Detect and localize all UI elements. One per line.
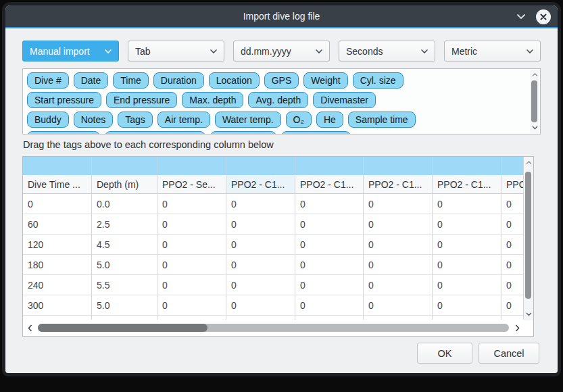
chevron-down-icon [315,49,323,54]
field-separator-select[interactable]: Tab [128,41,224,62]
table-cell: 0 [226,214,295,235]
table-cell: 0 [295,275,364,295]
scroll-right-icon[interactable] [512,320,522,336]
tag-chip[interactable]: GPS [264,72,299,89]
ok-button[interactable]: OK [417,343,472,364]
table-row: 240 5.5 0 0 0 0 0 0 [23,275,523,295]
drop-target-cell[interactable] [295,157,364,175]
table-cell: 0 [501,295,523,316]
tag-chip[interactable]: Time [113,72,149,89]
tag-row: Dive # Date Time Duration Location GPS W… [27,72,527,89]
table-cell: 0 [295,214,364,235]
table-row: 300 5.0 0 0 0 0 0 0 [23,295,523,316]
tag-chip[interactable]: Weight [303,72,347,89]
dialog-footer: OK Cancel [5,343,539,364]
table-cell: 0 [364,275,433,295]
units-select[interactable]: Metric [444,41,541,62]
column-header: Depth (m) [92,175,157,194]
import-preview-table: Dive Time ... Depth (m) PPO2 - Se... PPO… [22,156,534,337]
table-cell: 0 [157,194,226,214]
drop-target-cell[interactable] [157,157,226,175]
scrollbar-thumb[interactable] [38,324,207,332]
table-cell: 0.0 [92,194,157,214]
table-cell: 0 [501,275,523,295]
tag-chip[interactable]: Location [209,72,260,89]
tag-chip[interactable]: Date [74,72,109,89]
table-cell: 60 [23,214,92,235]
tag-chip[interactable]: Avg. depth [248,92,308,108]
drop-target-cell[interactable] [501,157,523,175]
table-cell: 0 [501,235,523,255]
scroll-up-icon[interactable] [530,71,539,79]
tag-chip[interactable]: Notes [74,112,114,128]
window-title: Import dive log file [243,11,320,22]
tag-chip[interactable]: O₂ [286,112,312,128]
table-cell: 0 [364,214,433,235]
tag-chip[interactable]: Sample pO₂ [210,131,276,134]
scroll-down-icon[interactable] [524,310,533,318]
table-cell: 300 [23,295,92,316]
table-cell: 4.5 [92,235,157,255]
table-cell: 2.5 [92,214,157,235]
drop-target-cell[interactable] [226,157,295,175]
tag-chip[interactable]: Buddy [27,112,69,128]
table-row: 0 0.0 0 0 0 0 0 0 [23,194,523,214]
close-button[interactable] [536,9,551,24]
table-cell: 0 [433,275,501,295]
tag-chip[interactable]: Start pressure [27,92,101,108]
scrollbar-thumb[interactable] [525,172,531,299]
tag-chip[interactable]: Cyl. size [353,72,403,89]
scroll-left-icon[interactable] [24,320,35,336]
tag-chip[interactable]: Water temp. [215,112,281,128]
table-cell: 5.0 [92,255,157,275]
column-header: PPO2 [501,175,523,194]
table-horizontal-scrollbar[interactable] [23,320,524,336]
column-header: PPO2 - Se... [157,175,226,194]
column-header: PPO2 - C1... [226,175,295,194]
table-cell: 0 [364,235,433,255]
tags-vertical-scrollbar[interactable] [530,70,539,133]
cancel-button[interactable]: Cancel [479,343,539,364]
date-format-select[interactable]: dd.mm.yyyy [233,41,330,62]
tag-chip[interactable]: Sample CNS [281,131,351,134]
tag-chip[interactable]: Max. depth [182,92,243,108]
chevron-down-icon [104,49,112,54]
scroll-down-icon[interactable] [530,124,539,132]
window-menu-chevron-down-icon[interactable] [516,14,527,20]
column-header: PPO2 - C1... [433,175,501,194]
table-cell: 0 [226,194,295,214]
scrollbar-thumb[interactable] [531,80,537,122]
tag-chip[interactable]: Divemaster [313,92,376,108]
table-cell: 180 [23,255,92,275]
table-cell: 0 [157,255,226,275]
drop-target-cell[interactable] [23,157,92,175]
scroll-up-icon[interactable] [524,159,533,167]
column-header: PPO2 - C1... [295,175,364,194]
tag-list-panel: Dive # Date Time Duration Location GPS W… [22,68,541,134]
table-cell: 0 [433,255,501,275]
table-cell: 0 [23,194,92,214]
tag-chip[interactable]: Sample time [348,112,416,128]
chevron-down-icon [526,49,534,54]
drop-target-cell[interactable] [364,157,433,175]
column-header: PPO2 - C1... [364,175,433,194]
tag-chip[interactable]: Air temp. [157,112,210,128]
drop-target-cell[interactable] [433,157,501,175]
duration-format-select[interactable]: Seconds [339,41,435,62]
tag-chip[interactable]: Tags [118,112,153,128]
table-cell: 0 [157,235,226,255]
tag-chip[interactable]: Sample temperature [105,131,205,134]
tag-chip[interactable]: Duration [153,72,204,89]
tag-chip[interactable]: End pressure [106,92,177,108]
table-cell: 0 [433,214,501,235]
tag-chip[interactable]: Dive # [27,72,69,89]
scrollbar-track[interactable] [38,324,509,332]
table-cell: 0 [157,214,226,235]
drop-target-cell[interactable] [92,157,157,175]
table-vertical-scrollbar[interactable] [523,157,533,320]
titlebar: Import dive log file [5,5,558,28]
tag-chip[interactable]: He [316,112,343,128]
tag-chip[interactable]: Sample depth [27,131,100,134]
import-mode-select[interactable]: Manual import [22,41,119,62]
table-cell: 0 [364,194,433,214]
